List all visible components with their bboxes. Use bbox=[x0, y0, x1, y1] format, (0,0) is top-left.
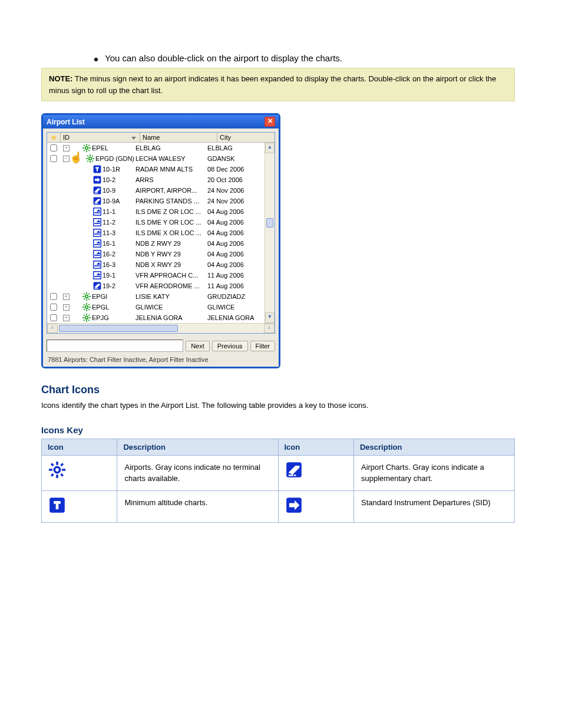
chart-name: ILS DME Y OR LOC ... bbox=[135, 219, 207, 226]
chart-row[interactable]: 11-1ILS DME Z OR LOC ...04 Aug 2006 bbox=[47, 206, 275, 217]
window-title: Airport List bbox=[47, 118, 85, 126]
chart-type-icon bbox=[93, 197, 101, 205]
chart-name: PARKING STANDS ... bbox=[135, 197, 207, 205]
key-sid-icon bbox=[278, 490, 353, 523]
scroll-right-button[interactable]: › bbox=[264, 324, 275, 333]
bullet-text: You can also double-click on the airport… bbox=[105, 53, 342, 63]
airport-row[interactable]: +EPJGJELENIA GORAJELENIA GORA bbox=[47, 312, 275, 323]
chart-id: 16-1 bbox=[103, 240, 135, 247]
th-desc-r: Description bbox=[353, 439, 514, 455]
chart-id: 11-2 bbox=[103, 219, 135, 226]
chart-row[interactable]: 16-2NDB Y RWY 2904 Aug 2006 bbox=[47, 249, 275, 259]
window-titlebar[interactable]: Airport List ✕ bbox=[43, 115, 279, 129]
chart-row[interactable]: 10-9APARKING STANDS ...24 Nov 2006 bbox=[47, 196, 275, 206]
airport-id: EPGI bbox=[92, 293, 135, 300]
airport-id: EPJG bbox=[92, 314, 135, 321]
airport-row[interactable]: +EPGILISIE KATYGRUDZIADZ bbox=[47, 291, 275, 302]
search-input[interactable] bbox=[47, 340, 183, 352]
chart-name: ILS DME Z OR LOC ... bbox=[135, 208, 207, 215]
col-id[interactable]: ID bbox=[61, 133, 140, 142]
scroll-up-button[interactable]: ▲ bbox=[265, 143, 275, 153]
airport-row[interactable]: +EPGLGLIWICEGLIWICE bbox=[47, 302, 275, 312]
chart-name: NDB X RWY 29 bbox=[135, 261, 207, 268]
chart-name: ARRS bbox=[135, 176, 207, 183]
chart-id: 19-2 bbox=[103, 282, 135, 289]
star-icon: ★ bbox=[50, 133, 58, 142]
chart-name: NDB Z RWY 29 bbox=[135, 240, 207, 247]
window-close-button[interactable]: ✕ bbox=[265, 117, 275, 127]
expander[interactable]: + bbox=[61, 291, 71, 302]
key-airports-desc: Airports. Gray icons indicate no termina… bbox=[117, 455, 278, 490]
chart-type-icon bbox=[93, 165, 101, 173]
expander[interactable]: + bbox=[61, 302, 71, 312]
chart-type-icon bbox=[93, 218, 101, 226]
chart-row[interactable]: 16-3NDB X RWY 2904 Aug 2006 bbox=[47, 259, 275, 270]
airport-id: EPEL bbox=[92, 144, 135, 151]
scroll-thumb[interactable] bbox=[266, 218, 273, 228]
th-icon-r: Icon bbox=[278, 439, 353, 455]
airport-gear-icon bbox=[82, 292, 91, 301]
airport-row[interactable]: −☝EPGD (GDN)LECHA WALESYGDANSK bbox=[47, 153, 275, 164]
section-intro: Icons identify the chart types in the Ai… bbox=[41, 400, 515, 412]
chart-row[interactable]: 16-1NDB Z RWY 2904 Aug 2006 bbox=[47, 238, 275, 249]
chart-type-icon bbox=[93, 271, 101, 279]
scroll-thumb-h[interactable] bbox=[59, 325, 178, 332]
col-favorite[interactable]: ★ bbox=[47, 133, 61, 142]
row-checkbox[interactable] bbox=[47, 304, 60, 311]
chart-row[interactable]: 11-2ILS DME Y OR LOC ...04 Aug 2006 bbox=[47, 217, 275, 228]
row-checkbox[interactable] bbox=[47, 314, 60, 321]
section-chart-icons: Chart Icons bbox=[41, 384, 515, 396]
airport-name: JELENIA GORA bbox=[135, 314, 207, 321]
window-controls: Next Previous Filter bbox=[43, 337, 279, 354]
row-checkbox[interactable] bbox=[47, 293, 60, 300]
airport-name: ELBLAG bbox=[135, 144, 207, 151]
next-button[interactable]: Next bbox=[186, 341, 210, 351]
chart-name: VFR APPROACH C... bbox=[135, 272, 207, 279]
chart-row[interactable]: 10-2ARRS20 Oct 2006 bbox=[47, 174, 275, 185]
filter-button[interactable]: Filter bbox=[250, 341, 275, 351]
row-checkbox[interactable] bbox=[47, 155, 60, 162]
chart-id: 11-1 bbox=[103, 208, 135, 215]
chart-id: 10-1R bbox=[103, 166, 135, 173]
scroll-down-button[interactable]: ▼ bbox=[265, 312, 275, 323]
horizontal-scrollbar[interactable]: ‹ › bbox=[47, 323, 275, 333]
key-airportcharts-desc: Airport Charts. Gray icons indicate a su… bbox=[353, 455, 514, 490]
chart-id: 10-9A bbox=[103, 197, 135, 205]
row-checkbox[interactable] bbox=[47, 144, 60, 151]
chart-type-icon bbox=[93, 176, 101, 184]
chart-row[interactable]: 11-3ILS DME X OR LOC ...04 Aug 2006 bbox=[47, 228, 275, 238]
airport-gear-icon bbox=[82, 314, 91, 322]
chart-type-icon bbox=[93, 239, 101, 248]
chart-type-icon bbox=[93, 282, 101, 290]
key-mea-icon bbox=[42, 490, 117, 523]
chart-name: NDB Y RWY 29 bbox=[135, 251, 207, 258]
note-label: NOTE: bbox=[49, 74, 72, 83]
chart-row[interactable]: 10-9AIRPORT, AIRPOR...24 Nov 2006 bbox=[47, 185, 275, 196]
chart-row[interactable]: 10-1RRADAR MNM ALTS08 Dec 2006 bbox=[47, 164, 275, 174]
chart-type-icon bbox=[93, 186, 101, 195]
section-icons-key: Icons Key bbox=[41, 425, 515, 435]
key-mea-desc: Minimum altitude charts. bbox=[117, 490, 278, 523]
airport-id: EPGL bbox=[92, 304, 135, 311]
chart-id: 19-1 bbox=[103, 272, 135, 279]
chart-id: 10-2 bbox=[103, 176, 135, 183]
note-box: NOTE: The minus sign next to an airport … bbox=[41, 68, 515, 101]
col-name[interactable]: Name bbox=[140, 133, 217, 142]
scroll-left-button[interactable]: ‹ bbox=[47, 324, 58, 333]
chart-row[interactable]: 19-2VFR AERODROME ...11 Aug 2006 bbox=[47, 281, 275, 291]
expander[interactable]: + bbox=[61, 312, 71, 323]
col-city[interactable]: City bbox=[217, 133, 275, 142]
doc-bullet: You can also double-click on the airport… bbox=[94, 53, 515, 63]
bullet-dot bbox=[94, 58, 98, 61]
chart-row[interactable]: 19-1VFR APPROACH C...11 Aug 2006 bbox=[47, 270, 275, 281]
key-airports-icon bbox=[42, 455, 117, 490]
previous-button[interactable]: Previous bbox=[212, 341, 248, 351]
airport-list-window: Airport List ✕ ★ ID Name City +EPELELBLA… bbox=[41, 113, 280, 368]
chart-id: 11-3 bbox=[103, 229, 135, 236]
icons-key-table: Icon Description Icon Description Airpor… bbox=[41, 439, 515, 523]
hand-cursor-icon: ☝ bbox=[70, 153, 82, 162]
chart-type-icon bbox=[93, 207, 101, 216]
vertical-scrollbar[interactable]: ▲ ▼ bbox=[265, 143, 275, 323]
status-bar: 7881 Airports: Chart Filter Inactive, Ai… bbox=[43, 354, 279, 367]
chart-type-icon bbox=[93, 229, 101, 237]
